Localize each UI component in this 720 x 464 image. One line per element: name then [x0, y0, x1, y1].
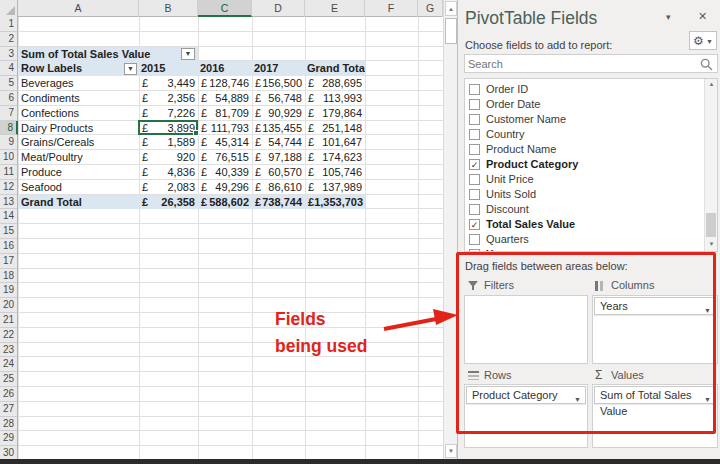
field-list-scrollbar[interactable]: ▲ ▼ — [704, 79, 717, 251]
checkbox-icon[interactable] — [469, 189, 480, 200]
column-header-F[interactable]: F — [365, 0, 418, 17]
row-header-15[interactable]: 15 — [0, 224, 17, 239]
row-header-12[interactable]: 12 — [0, 180, 17, 195]
row-header-5[interactable]: 5 — [0, 76, 17, 91]
filter-dropdown-icon[interactable]: ▼ — [181, 48, 195, 60]
field-item-customer-name[interactable]: Customer Name — [469, 112, 694, 127]
row-header-29[interactable]: 29 — [0, 431, 17, 446]
field-item-years[interactable]: ✓Years — [469, 247, 694, 252]
scrollbar-thumb[interactable] — [706, 213, 716, 237]
select-all-corner[interactable] — [0, 0, 18, 17]
columns-dropzone[interactable]: Years▼ — [592, 295, 718, 364]
row-header-21[interactable]: 21 — [0, 313, 17, 328]
pill-product-category[interactable]: Product Category▼ — [466, 386, 586, 404]
row-header-3[interactable]: 3 — [0, 47, 17, 62]
column-header-B[interactable]: B — [139, 0, 198, 17]
field-item-order-id[interactable]: Order ID — [469, 82, 694, 97]
cell-value: 101,647 — [322, 135, 362, 150]
checkbox-icon[interactable] — [469, 84, 480, 95]
column-header-G[interactable]: G — [418, 0, 443, 17]
pill-years[interactable]: Years▼ — [594, 297, 716, 315]
currency-symbol: £ — [142, 91, 148, 106]
currency-symbol: £ — [255, 121, 261, 136]
scroll-down-icon[interactable]: ▼ — [706, 239, 717, 251]
row-header-28[interactable]: 28 — [0, 417, 17, 432]
checkbox-icon[interactable] — [469, 99, 480, 110]
pane-close-icon[interactable]: ✕ — [698, 10, 707, 23]
column-header-E[interactable]: E — [305, 0, 365, 17]
row-header-14[interactable]: 14 — [0, 209, 17, 224]
row-header-18[interactable]: 18 — [0, 269, 17, 284]
field-item-total-sales-value[interactable]: ✓Total Sales Value — [469, 217, 694, 232]
scroll-down-icon[interactable]: ▼ — [445, 444, 457, 458]
scrollbar-thumb[interactable] — [445, 18, 457, 44]
row-header-10[interactable]: 10 — [0, 150, 17, 165]
field-item-unit-price[interactable]: Unit Price — [469, 172, 694, 187]
row-header-22[interactable]: 22 — [0, 328, 17, 343]
checkbox-icon[interactable] — [469, 129, 480, 140]
currency-symbol: £ — [201, 195, 207, 210]
pill-sum-of-total-sales-value[interactable]: Sum of Total Sales Value▼ — [594, 386, 716, 404]
checkbox-icon[interactable] — [469, 144, 480, 155]
row-header-9[interactable]: 9 — [0, 135, 17, 150]
checkbox-icon[interactable]: ✓ — [469, 219, 480, 230]
row-header-2[interactable]: 2 — [0, 32, 17, 47]
field-item-units-sold[interactable]: Units Sold — [469, 187, 694, 202]
cell-value: 174,623 — [322, 150, 362, 165]
selected-cell-outline[interactable] — [138, 120, 198, 136]
row-header-13[interactable]: 13 — [0, 195, 17, 210]
filters-dropzone[interactable] — [464, 295, 588, 364]
field-item-product-name[interactable]: Product Name — [469, 142, 694, 157]
row-header-23[interactable]: 23 — [0, 343, 17, 358]
column-header-C[interactable]: C — [198, 0, 252, 17]
checkbox-icon[interactable] — [469, 204, 480, 215]
search-icon — [700, 58, 713, 71]
rows-dropzone[interactable]: Product Category▼ — [464, 384, 588, 448]
scroll-up-icon[interactable]: ▲ — [706, 79, 717, 91]
checkbox-icon[interactable]: ✓ — [469, 249, 480, 252]
row-header-24[interactable]: 24 — [0, 357, 17, 372]
field-item-order-date[interactable]: Order Date — [469, 97, 694, 112]
cell-value: 76,515 — [215, 150, 249, 165]
row-header-16[interactable]: 16 — [0, 239, 17, 254]
sheet-vertical-scrollbar[interactable]: ▲ ▼ — [443, 0, 457, 459]
row-header-25[interactable]: 25 — [0, 372, 17, 387]
checkbox-icon[interactable] — [469, 234, 480, 245]
pane-options-chevron-icon[interactable]: ▾ — [666, 12, 671, 22]
row-header-4[interactable]: 4 — [0, 61, 17, 76]
field-item-product-category[interactable]: ✓Product Category — [469, 157, 694, 172]
pivot-row-label: Seafood — [18, 180, 139, 195]
checkbox-icon[interactable] — [469, 114, 480, 125]
field-item-quarters[interactable]: Quarters — [469, 232, 694, 247]
row-header-1[interactable]: 1 — [0, 17, 17, 32]
cell-value: 4,836 — [167, 165, 195, 180]
search-box[interactable] — [464, 54, 718, 73]
checkbox-icon[interactable]: ✓ — [469, 159, 480, 170]
row-header-11[interactable]: 11 — [0, 165, 17, 180]
row-header-6[interactable]: 6 — [0, 91, 17, 106]
chevron-down-icon: ▼ — [704, 303, 711, 319]
pivot-cell: £156,500 — [252, 76, 305, 91]
row-header-27[interactable]: 27 — [0, 402, 17, 417]
row-header-8[interactable]: 8 — [0, 121, 18, 136]
row-header-19[interactable]: 19 — [0, 283, 17, 298]
row-labels-dropdown-icon[interactable]: ▼ — [124, 63, 137, 75]
pivot-cell: £56,748 — [252, 91, 305, 106]
currency-symbol: £ — [201, 180, 207, 195]
pivot-year-header: 2015 — [141, 61, 198, 76]
row-header-7[interactable]: 7 — [0, 106, 17, 121]
scroll-up-icon[interactable]: ▲ — [445, 1, 457, 16]
checkbox-icon[interactable] — [469, 174, 480, 185]
values-dropzone[interactable]: Sum of Total Sales Value▼ — [592, 384, 718, 448]
field-item-discount[interactable]: Discount — [469, 202, 694, 217]
column-header-A[interactable]: A — [18, 0, 139, 17]
currency-symbol: £ — [308, 165, 314, 180]
tools-button[interactable]: ⚙ ▼ — [689, 31, 717, 50]
row-header-26[interactable]: 26 — [0, 387, 17, 402]
pivot-row-label: Beverages — [18, 76, 139, 91]
row-header-17[interactable]: 17 — [0, 254, 17, 269]
search-input[interactable] — [468, 56, 698, 71]
field-item-country[interactable]: Country — [469, 127, 694, 142]
column-header-D[interactable]: D — [252, 0, 305, 17]
row-header-20[interactable]: 20 — [0, 298, 17, 313]
